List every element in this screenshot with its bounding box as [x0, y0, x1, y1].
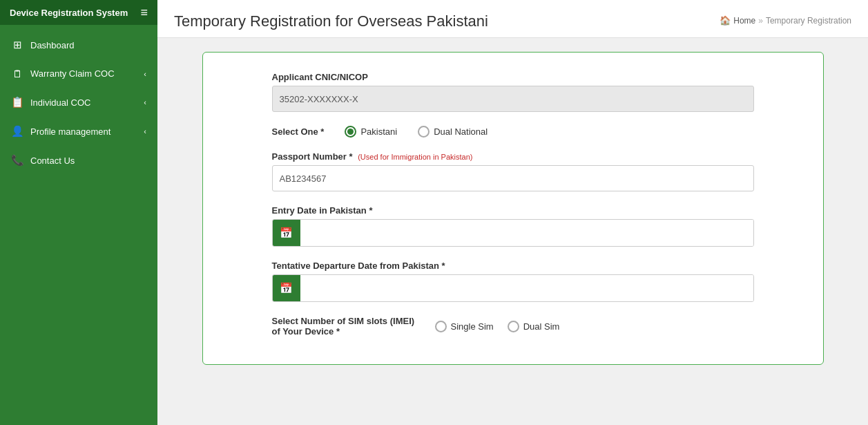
radio-single-sim-indicator: [435, 321, 447, 332]
radio-pakistani-indicator: [345, 126, 356, 138]
departure-date-group: Tentative Departure Date from Pakistan *…: [272, 261, 754, 302]
chevron-icon: ‹: [144, 70, 146, 78]
departure-date-input[interactable]: [300, 275, 753, 301]
app-title: Device Registration System: [10, 8, 128, 18]
profile-icon: 👤: [11, 125, 23, 138]
cnic-label: Applicant CNIC/NICOP: [272, 72, 754, 82]
sidebar-item-label: Profile management: [30, 126, 110, 137]
radio-dual-sim-label: Dual Sim: [523, 321, 560, 332]
select-one-label: Select One *: [272, 126, 325, 137]
sidebar-item-label: Warranty Claim COC: [30, 68, 115, 79]
sim-slots-radio-group: Single Sim Dual Sim: [435, 321, 560, 332]
warranty-icon: 🗒: [11, 68, 23, 79]
sidebar-item-label: Dashboard: [30, 40, 75, 50]
sidebar-item-warranty-claim-coc[interactable]: 🗒 Warranty Claim COC ‹: [0, 59, 157, 88]
page-title: Temporary Registration for Overseas Paki…: [174, 12, 488, 30]
sim-slots-group: Select Number of SIM slots (IMEI) of You…: [272, 316, 754, 337]
select-one-group: Select One * Pakistani Dual National: [272, 126, 754, 138]
main-content: Temporary Registration for Overseas Paki…: [157, 0, 868, 425]
passport-group: Passport Number * (Used for Immigration …: [272, 151, 754, 191]
passport-note: (Used for Immigration in Pakistan): [358, 153, 472, 161]
sidebar-item-label: Contact Us: [30, 155, 75, 166]
entry-date-calendar-button[interactable]: 📅: [273, 220, 300, 246]
hamburger-icon[interactable]: ≡: [140, 6, 148, 20]
individual-coc-icon: 📋: [11, 96, 23, 108]
sidebar-item-label: Individual COC: [30, 97, 90, 108]
breadcrumb-home-link[interactable]: Home: [733, 16, 755, 26]
select-one-radio-group: Select One * Pakistani Dual National: [272, 126, 754, 138]
entry-date-group: Entry Date in Pakistan * 📅: [272, 205, 754, 247]
departure-date-wrapper: 📅: [272, 274, 754, 302]
calendar-icon: 📅: [280, 282, 293, 294]
radio-pakistani-label: Pakistani: [360, 126, 397, 137]
cnic-group: Applicant CNIC/NICOP: [272, 72, 754, 112]
sim-slots-label: Select Number of SIM slots (IMEI) of You…: [272, 316, 424, 337]
breadcrumb: 🏠 Home » Temporary Registration: [720, 15, 851, 26]
breadcrumb-separator: »: [758, 16, 763, 26]
entry-date-wrapper: 📅: [272, 219, 754, 247]
entry-date-label: Entry Date in Pakistan *: [272, 205, 754, 216]
radio-dual-sim[interactable]: Dual Sim: [508, 321, 560, 332]
sidebar-item-profile-management[interactable]: 👤 Profile management ‹: [0, 117, 157, 146]
main-body: Applicant CNIC/NICOP Select One * Pakist…: [157, 38, 868, 425]
sidebar: Device Registration System ≡ ⊞ Dashboard…: [0, 0, 157, 425]
departure-date-label: Tentative Departure Date from Pakistan *: [272, 261, 754, 271]
cnic-input[interactable]: [272, 86, 754, 112]
radio-dual-national-indicator: [418, 126, 430, 138]
sidebar-header: Device Registration System ≡: [0, 0, 157, 25]
radio-dual-national[interactable]: Dual National: [418, 126, 488, 138]
sidebar-item-contact-us[interactable]: 📞 Contact Us: [0, 146, 157, 175]
radio-dual-national-label: Dual National: [434, 126, 488, 137]
main-header: Temporary Registration for Overseas Paki…: [157, 0, 868, 38]
contact-icon: 📞: [11, 154, 23, 167]
departure-date-calendar-button[interactable]: 📅: [273, 275, 300, 301]
sidebar-item-individual-coc[interactable]: 📋 Individual COC ‹: [0, 88, 157, 117]
sidebar-nav: ⊞ Dashboard 🗒 Warranty Claim COC ‹ 📋 Ind…: [0, 25, 157, 175]
passport-label: Passport Number * (Used for Immigration …: [272, 151, 754, 162]
chevron-icon: ‹: [144, 98, 146, 106]
breadcrumb-current: Temporary Registration: [766, 16, 851, 26]
radio-single-sim-label: Single Sim: [451, 321, 494, 332]
calendar-icon: 📅: [280, 227, 293, 239]
home-icon: 🏠: [720, 15, 731, 26]
radio-pakistani[interactable]: Pakistani: [345, 126, 397, 138]
radio-single-sim[interactable]: Single Sim: [435, 321, 494, 332]
chevron-icon: ‹: [144, 127, 146, 135]
entry-date-input[interactable]: [300, 220, 753, 246]
radio-dual-sim-indicator: [508, 321, 519, 332]
dashboard-icon: ⊞: [11, 39, 23, 51]
sidebar-item-dashboard[interactable]: ⊞ Dashboard: [0, 30, 157, 59]
form-card: Applicant CNIC/NICOP Select One * Pakist…: [202, 52, 824, 365]
passport-input[interactable]: [272, 165, 754, 191]
